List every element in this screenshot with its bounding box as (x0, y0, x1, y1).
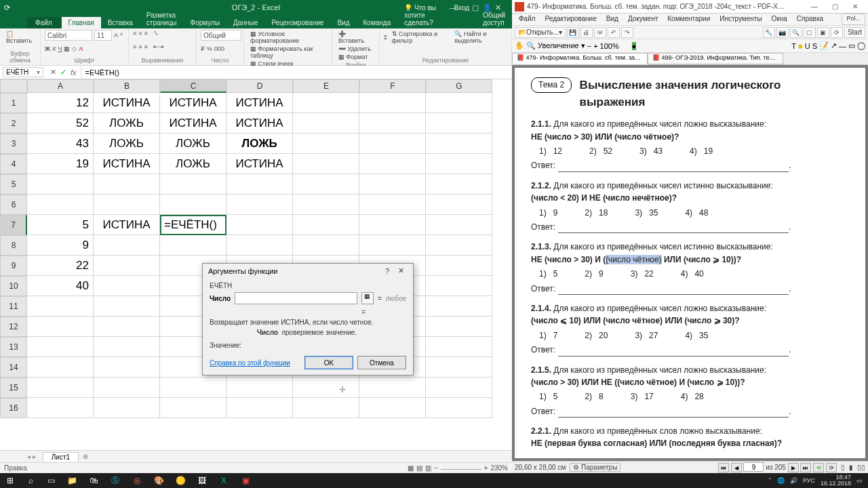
orientation-icon[interactable]: ⤥ (153, 30, 159, 37)
view-break-icon[interactable]: ▥ (425, 464, 431, 472)
cell[interactable] (426, 113, 492, 134)
cell[interactable] (94, 174, 160, 195)
menu-help[interactable]: Справка (793, 14, 827, 25)
find-select-button[interactable]: 🔍 Найти и выделить (452, 30, 507, 45)
indent-icon[interactable]: ⇤⇥ (153, 43, 164, 50)
cell[interactable] (94, 378, 160, 398)
cell[interactable]: 52 (27, 113, 94, 134)
select-all[interactable] (0, 79, 27, 93)
col-header[interactable]: D (226, 79, 293, 93)
tray-notifications-icon[interactable]: ▭ (856, 477, 863, 484)
cell[interactable] (27, 378, 94, 398)
cell[interactable]: 9 (27, 235, 94, 256)
col-header[interactable]: A (27, 79, 94, 93)
col-header[interactable]: C (160, 79, 226, 93)
paint-icon[interactable]: 🎨 (148, 473, 170, 488)
cell[interactable]: 22 (27, 256, 94, 276)
shrink-font-icon[interactable]: ᴬ (120, 32, 123, 39)
tell-me[interactable]: 💡 Что вы хотите сделать? (397, 2, 447, 28)
cell[interactable] (293, 235, 359, 256)
delete-cells-button[interactable]: ➖ Удалить (336, 45, 375, 53)
cell[interactable]: ИСТИНА (160, 93, 226, 113)
row-header[interactable]: 8 (0, 235, 27, 256)
chrome-icon[interactable]: 🟡 (170, 473, 191, 488)
cell[interactable] (426, 398, 492, 418)
store-icon[interactable]: 🛍 (83, 473, 104, 488)
cell[interactable] (293, 154, 359, 174)
align-center-icon[interactable]: ≡ (138, 43, 142, 50)
arg-input[interactable] (235, 292, 357, 304)
prev-page-icon[interactable]: ◀ (731, 463, 742, 472)
cell[interactable] (359, 113, 426, 134)
col-header[interactable]: E (293, 79, 359, 93)
col-header[interactable]: F (359, 79, 426, 93)
insert-cells-button[interactable]: ➕ Вставить (336, 30, 375, 45)
menu-pro[interactable]: Pol... (842, 14, 865, 25)
share-button[interactable]: 👤 Общий доступ (476, 2, 512, 28)
view-normal-icon[interactable]: ▦ (408, 464, 414, 472)
tray-lang[interactable]: РУС (803, 477, 815, 484)
tray-network-icon[interactable]: 🌐 (777, 477, 785, 484)
cell[interactable] (160, 235, 226, 256)
cell[interactable] (359, 215, 426, 235)
cell[interactable] (293, 93, 359, 113)
row-header[interactable]: 9 (0, 256, 27, 276)
cell[interactable] (426, 195, 492, 215)
explorer-icon[interactable]: 📁 (61, 473, 83, 488)
cell[interactable] (293, 398, 359, 418)
cell[interactable] (426, 337, 492, 357)
cell[interactable] (94, 337, 160, 357)
menu-document[interactable]: Документ (624, 14, 662, 25)
pdf-tab-1[interactable]: 📕 479- Информатика. Больш. сб. тем. зада… (512, 53, 648, 64)
cell[interactable] (226, 235, 293, 256)
sort-filter-button[interactable]: ⇅ Сортировка и фильтр (390, 30, 451, 45)
pdf-maximize-icon[interactable]: ▢ (825, 3, 845, 10)
snap-icon[interactable]: 📷 (776, 27, 789, 38)
mail-icon[interactable]: ✉ (594, 27, 606, 38)
dialog-close-icon[interactable]: ✕ (394, 266, 408, 275)
tab-insert[interactable]: Вставка (101, 17, 140, 28)
cond-format-button[interactable]: ▦ Условное форматирование (248, 30, 328, 45)
cell[interactable] (426, 378, 492, 398)
comma-icon[interactable]: 000 (214, 45, 224, 52)
row-header[interactable]: 1 (0, 93, 27, 113)
font-select[interactable]: Calibri (45, 30, 92, 41)
cell[interactable] (27, 337, 94, 357)
strike-icon[interactable]: S (812, 42, 817, 50)
page-input[interactable] (743, 462, 764, 472)
taskview-icon[interactable]: ▭ (41, 473, 61, 488)
ok-button[interactable]: OK (304, 356, 353, 369)
cell[interactable] (426, 276, 492, 296)
cell[interactable] (160, 398, 226, 418)
cell[interactable]: ИСТИНА (94, 154, 160, 174)
menu-comments[interactable]: Комментарии (663, 14, 714, 25)
cell[interactable] (426, 154, 492, 174)
align-top-icon[interactable]: ≡ (133, 30, 136, 37)
cell[interactable] (27, 317, 94, 337)
tray-volume-icon[interactable]: 🔊 (790, 477, 797, 484)
next-page-icon[interactable]: ▶ (788, 463, 799, 472)
formula-input[interactable]: =ЕЧЁТН() (81, 68, 512, 77)
cell[interactable] (293, 195, 359, 215)
line-icon[interactable]: — (839, 42, 846, 50)
percent-icon[interactable]: % (207, 45, 212, 52)
row-header[interactable]: 5 (0, 174, 27, 195)
zoom-out-icon[interactable]: − (587, 42, 591, 50)
cell[interactable] (94, 235, 160, 256)
cell[interactable]: ИСТИНА (94, 93, 160, 113)
cell[interactable]: ЛОЖЬ (94, 134, 160, 154)
undo-icon[interactable]: ↶ (608, 27, 620, 38)
cell[interactable] (94, 195, 160, 215)
row-header[interactable]: 16 (0, 398, 27, 418)
nav-back-icon[interactable]: ⟲ (813, 463, 824, 472)
cell[interactable]: =ЕЧЁТН() (160, 215, 226, 235)
accept-formula-icon[interactable]: ✓ (60, 68, 66, 77)
cell[interactable] (426, 93, 492, 113)
cell[interactable]: ЛОЖЬ (226, 134, 293, 154)
search-icon[interactable]: 🔍 (790, 27, 802, 38)
cell[interactable] (426, 235, 492, 256)
format-table-button[interactable]: ▦ Форматировать как таблицу (248, 45, 328, 60)
tray-clock[interactable]: 18:4716.12.2018 (821, 474, 851, 487)
cell[interactable] (426, 296, 492, 317)
tab-view[interactable]: Вид (330, 17, 356, 28)
